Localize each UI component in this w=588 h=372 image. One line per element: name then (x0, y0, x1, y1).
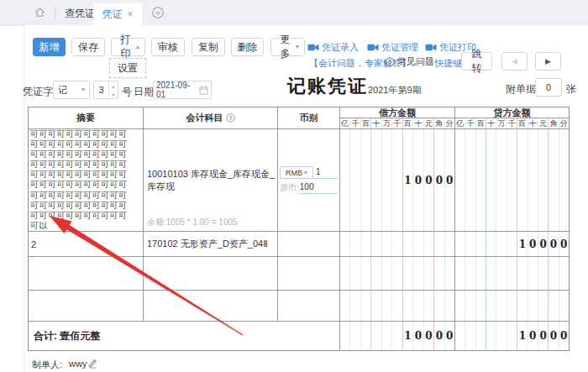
shortcut-key-link[interactable]: 快捷键 (434, 57, 462, 70)
row3-summary-cell[interactable] (29, 257, 144, 291)
row4-credit-cell[interactable] (455, 291, 569, 322)
svg-text:?: ? (388, 58, 391, 65)
video-camera-icon (367, 43, 379, 52)
maker-name: wwy (69, 359, 87, 369)
attachment-label: 附单据 (506, 82, 536, 97)
header-summary: 摘要 (29, 107, 144, 129)
more-button[interactable]: 更多▾ (270, 38, 305, 56)
prev-voucher-button[interactable]: ◀ (501, 52, 528, 71)
audit-button[interactable]: 审核 (151, 38, 185, 56)
row2-summary-cell[interactable]: 2 (29, 232, 144, 257)
print-button[interactable]: 打印▴ (111, 38, 145, 56)
stepper-up-icon[interactable]: ▴ (109, 81, 118, 90)
faq-link[interactable]: ? 常见问题 (385, 55, 434, 68)
row3-subject-cell[interactable] (144, 257, 278, 291)
row2-subject-cell[interactable]: 170102 无形资产_D资产_04Ⅱ (144, 232, 278, 257)
voucher-number-stepper[interactable]: 3 ▴ ▾ (93, 81, 118, 99)
row1-summary-cell[interactable]: 可可可可可可可可可可可 可可可可可可可可可可可 可可可可可可可可可可可 可可可可… (29, 129, 144, 232)
print-settings-menu-item[interactable]: 设置 (109, 58, 146, 78)
prev-arrow-icon: ◀ (512, 58, 517, 65)
attachment-count-input[interactable]: 0 (535, 78, 562, 97)
row2-credit-cell[interactable]: 10000 (455, 232, 569, 257)
voucher-word-label: 凭证字 (23, 85, 53, 99)
home-icon[interactable] (34, 6, 46, 18)
total-debit-cell: 10000 (340, 322, 455, 350)
exchange-rate-input[interactable]: 1 (313, 166, 338, 179)
voucher-word-select[interactable]: 记 ▾ (53, 81, 90, 99)
row4-debit-cell[interactable] (340, 291, 455, 322)
total-credit-cell: 10000 (455, 322, 569, 350)
total-label-cell: 合计: 壹佰元整 (29, 322, 340, 350)
tab-close-icon[interactable]: × (127, 9, 133, 19)
header-currency: 币别 (278, 107, 340, 129)
svg-text:?: ? (228, 115, 232, 121)
voucher-period: 2021年第9期 (368, 84, 422, 97)
caret-down-icon: ▾ (296, 44, 299, 50)
voucher-manage-link[interactable]: 凭证管理 (367, 41, 418, 53)
row3-credit-cell[interactable] (455, 257, 569, 291)
voucher-app: | 查凭证 凭证 × 新增 保存 打印▴ 审核 复制 删除 更多▾ 设置 凭证录… (0, 0, 588, 372)
tab-voucher-active[interactable]: 凭证 × (93, 3, 142, 25)
next-arrow-icon: ▶ (545, 58, 551, 65)
date-label: 日期 (134, 85, 154, 99)
row1-debit-cell[interactable]: 10000 (340, 129, 455, 232)
subject-help-icon[interactable]: ? (226, 113, 235, 123)
video-camera-icon (307, 43, 319, 52)
original-amount-input[interactable]: 100 (299, 181, 338, 194)
page-title: 记账凭证 (287, 74, 368, 99)
original-currency-label: 原币: (280, 182, 299, 194)
debit-digit-units: 亿千百十万千百十元角分 (340, 118, 455, 129)
tab-separator: | (54, 5, 56, 18)
copy-button[interactable]: 复制 (192, 38, 225, 56)
stepper-down-icon[interactable]: ▾ (109, 90, 118, 98)
attachment-unit-label: 张 (566, 82, 576, 97)
voucher-entry-link[interactable]: 凭证录入 (307, 41, 359, 53)
row4-summary-cell[interactable] (29, 291, 144, 322)
caret-down-icon: ▾ (81, 86, 85, 93)
maker-label: 制单人: (32, 359, 62, 371)
delete-button[interactable]: 删除 (231, 38, 264, 56)
date-input[interactable]: 2021-09-01 (153, 81, 212, 99)
row3-currency-cell[interactable] (278, 257, 340, 291)
row1-subject-text: 10010103 库存现金_库存现金_库存现 (147, 168, 277, 193)
calendar-icon (199, 86, 208, 95)
tab-voucher-label: 凭证 (102, 8, 122, 22)
row2-debit-cell[interactable] (340, 232, 455, 257)
next-voucher-button[interactable]: ▶ (535, 52, 561, 71)
caret-up-icon: ▴ (136, 44, 139, 50)
stepper-spin: ▴ ▾ (108, 81, 118, 98)
row1-balance-text: 余额:1005 * 1.00 = 1005 (147, 217, 238, 228)
video-camera-icon (425, 43, 437, 52)
header-debit: 借方金额 (340, 107, 455, 118)
row4-subject-cell[interactable] (144, 291, 278, 322)
tab-list-dropdown-icon[interactable] (151, 6, 165, 19)
save-button[interactable]: 保存 (71, 38, 105, 56)
question-circle-icon: ? (385, 57, 395, 67)
row1-credit-cell[interactable] (455, 129, 569, 232)
currency-select[interactable]: RMB ▾ (280, 166, 313, 179)
header-credit: 贷方金额 (455, 107, 569, 118)
row1-currency-cell[interactable]: RMB ▾ 1 原币: 100 (278, 129, 340, 232)
jump-button[interactable]: 跳转 (461, 52, 492, 71)
row1-subject-cell[interactable]: 10010103 库存现金_库存现金_库存现 余额:1005 * 1.00 = … (144, 129, 278, 232)
add-button[interactable]: 新增 (33, 38, 66, 56)
edit-pencil-icon[interactable] (87, 358, 98, 369)
voucher-table: 摘要 会计科目 ? 币别 借方金额 贷方金额 亿千百十万千百十元角分 亿千百十万… (28, 107, 570, 351)
row4-currency-cell[interactable] (278, 291, 340, 322)
tab-view-voucher[interactable]: 查凭证 (65, 7, 95, 21)
tab-strip: | 查凭证 凭证 × (0, 0, 588, 26)
credit-digit-units: 亿千百十万千百十元角分 (455, 118, 569, 129)
caret-down-icon: ▾ (304, 170, 307, 176)
row2-currency-cell[interactable] (278, 232, 340, 257)
number-suffix-label: 号 (122, 85, 132, 99)
row3-debit-cell[interactable] (340, 257, 455, 291)
header-subject: 会计科目 ? (144, 107, 278, 129)
